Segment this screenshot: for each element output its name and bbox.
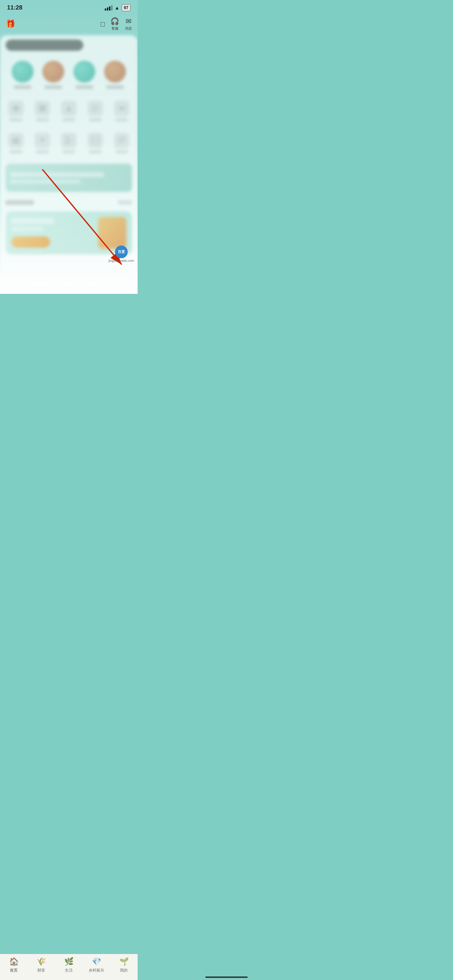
header-left: 🎁 (6, 19, 15, 29)
service-item-9[interactable] (85, 133, 105, 153)
service-icon-9 (87, 133, 103, 148)
baidu-watermark: 百度 jingyan.baidu.com (108, 245, 134, 262)
service-item-3[interactable] (59, 100, 79, 121)
service-label-7 (36, 150, 49, 153)
service-label-3 (62, 118, 75, 121)
service-label-4 (89, 118, 102, 121)
svg-point-4 (66, 137, 69, 140)
app-header: 🎁 □ 🎧 客服 ✉ 消息 (0, 14, 138, 35)
service-label-6 (10, 150, 22, 153)
battery-indicator: 97 (122, 4, 130, 11)
circle-teal-1 (12, 60, 33, 83)
service-label-10 (115, 150, 128, 153)
service-label-1 (10, 118, 22, 121)
service-label-8 (62, 150, 75, 153)
promo-image (98, 217, 126, 249)
service-icon-10 (114, 133, 129, 148)
banner-text-1 (10, 172, 104, 177)
headphone-icon: 🎧 (110, 17, 119, 25)
service-icon-6 (8, 133, 24, 148)
service-grid-2 (0, 127, 138, 159)
promo-left (11, 218, 98, 248)
service-btn[interactable]: 🎧 客服 (110, 17, 119, 31)
circle-orange-1 (42, 60, 64, 83)
section-more-1 (118, 200, 132, 205)
service-icon-8 (61, 133, 76, 148)
mail-icon: ✉ (126, 17, 132, 25)
service-icon-4 (87, 100, 103, 116)
service-grid-1 (0, 95, 138, 127)
service-label-9 (89, 150, 102, 153)
status-icons: ▲ 97 (105, 4, 130, 11)
service-item-4[interactable] (85, 100, 105, 121)
baidu-text-1: jingyan.baidu.com (108, 259, 134, 262)
circle-icons-row (0, 55, 138, 92)
circle-teal-2 (73, 60, 95, 83)
promo-button[interactable] (11, 236, 50, 248)
circle-item-4[interactable] (104, 60, 126, 89)
circle-item-1[interactable] (12, 60, 33, 89)
svg-rect-5 (92, 137, 99, 144)
service-label-2 (36, 118, 49, 121)
service-item-2[interactable] (32, 100, 53, 121)
circle-label-1 (14, 85, 32, 89)
search-section (0, 35, 138, 55)
divider-3 (6, 195, 132, 195)
circle-item-3[interactable] (73, 60, 95, 89)
service-item-1[interactable] (6, 100, 27, 121)
divider-2 (6, 161, 132, 161)
section-title-1 (6, 200, 34, 205)
service-item-5[interactable] (111, 100, 132, 121)
search-bar[interactable] (6, 40, 83, 51)
svg-point-0 (13, 105, 19, 112)
circle-label-3 (75, 85, 93, 89)
status-bar: 11:28 ▲ 97 (0, 0, 138, 14)
service-item-7[interactable] (32, 133, 53, 153)
section-header-1 (0, 196, 138, 207)
signal-icon (105, 5, 113, 11)
svg-rect-1 (39, 105, 46, 112)
wifi-icon: ▲ (114, 5, 119, 11)
circle-label-4 (106, 85, 124, 89)
service-item-8[interactable] (59, 133, 79, 153)
service-icon-5 (114, 100, 129, 116)
circle-orange-2 (104, 60, 126, 83)
svg-point-2 (93, 106, 98, 111)
circle-label-2 (45, 85, 62, 89)
divider-1 (6, 93, 132, 94)
baidu-logo: 百度 (115, 245, 128, 258)
screen-icon-btn[interactable]: □ (100, 20, 105, 28)
status-time: 11:28 (7, 4, 22, 11)
screen-icon: □ (100, 20, 105, 28)
service-icon-2 (35, 100, 50, 116)
svg-rect-3 (12, 138, 20, 143)
circle-item-2[interactable] (42, 60, 64, 89)
service-item-6[interactable] (6, 133, 27, 153)
service-item-10[interactable] (111, 133, 132, 153)
nav-spacer (0, 259, 138, 287)
gift-icon[interactable]: 🎁 (6, 19, 15, 29)
header-right: □ 🎧 客服 ✉ 消息 (100, 17, 132, 31)
service-icon-1 (8, 100, 24, 116)
message-btn[interactable]: ✉ 消息 (125, 17, 132, 31)
service-icon-7 (35, 133, 50, 148)
promo-desc (11, 227, 43, 231)
banner-text-2 (10, 180, 80, 183)
service-label-5 (115, 118, 128, 121)
banner-section[interactable] (6, 164, 132, 192)
service-icon-3 (61, 100, 76, 116)
promo-title (11, 218, 54, 224)
